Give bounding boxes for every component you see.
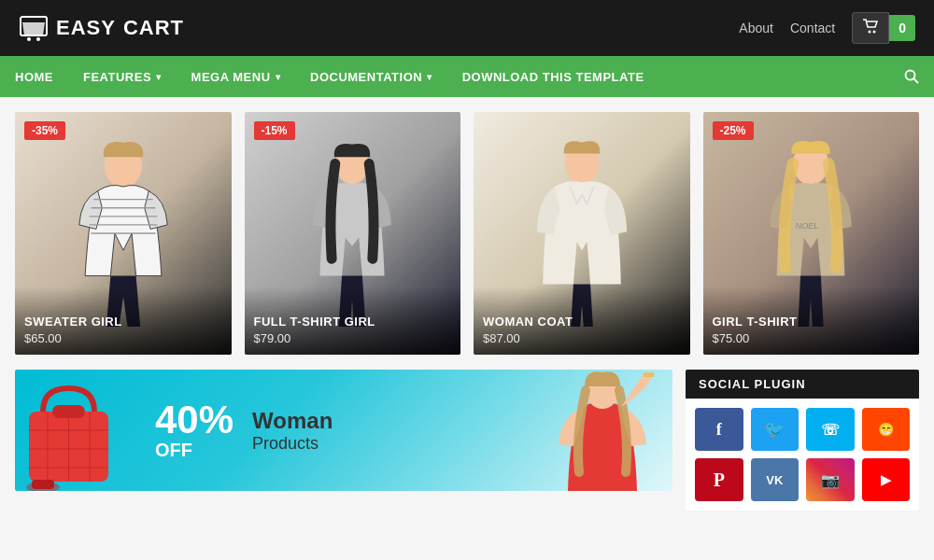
product-price-2: $79.00 [254,331,452,345]
svg-point-1 [27,37,31,41]
social-plugin-header: SOCIAL PLUGIN [686,370,919,399]
product-card-1[interactable]: -35% SWEATER GIRL $65.00 [15,112,232,355]
promo-banner[interactable]: 40% OFF Woman Products [15,370,672,491]
main-content: -35% SWEATER GIRL $65.00 [0,97,934,525]
vk-button[interactable]: VK [751,458,800,501]
promo-title: Woman [252,408,333,434]
promo-percent: 40% [155,400,234,440]
skype-button[interactable]: ☏ [806,408,855,451]
nav-item-features[interactable]: FEATURES ▾ [68,56,177,97]
header-right: About Contact 0 [739,12,915,44]
product-price-1: $65.00 [24,331,222,345]
reddit-button[interactable]: 😁 [862,408,911,451]
svg-point-2 [36,37,40,41]
product-name-4: GIRL T-SHIRT [713,315,911,329]
product-card-3[interactable]: WOMAN COAT $87.00 [474,112,690,355]
product-info-4: GIRL T-SHIRT $75.00 [703,287,920,355]
pinterest-button[interactable]: P [695,458,743,501]
nav-item-home[interactable]: HOME [0,56,68,97]
nav-items: HOME FEATURES ▾ MEGA MENU ▾ DOCUMENTATIO… [0,56,889,97]
bottom-row: 40% OFF Woman Products [15,370,919,511]
cart-icon-wrap [852,12,889,44]
chevron-down-icon: ▾ [427,72,432,82]
product-name-2: FULL T-SHIRT GIRL [254,315,452,329]
product-info-3: WOMAN COAT $87.00 [474,287,690,355]
social-grid: f 🐦 ☏ 😁 P VK 📷 [686,399,919,511]
cart-button[interactable]: 0 [852,12,915,44]
search-icon [904,69,919,84]
discount-badge-4: -25% [713,121,754,140]
svg-point-4 [873,31,876,34]
instagram-button[interactable]: 📷 [806,458,855,501]
product-name-3: WOMAN COAT [483,315,681,329]
product-card-2[interactable]: -15% FULL T-SHIRT GIRL $79.00 [245,112,461,355]
products-row: -35% SWEATER GIRL $65.00 [15,112,919,355]
nav-item-documentation[interactable]: DOCUMENTATION ▾ [295,56,447,97]
svg-rect-28 [644,372,654,377]
discount-badge-1: -35% [24,121,65,140]
product-info-2: FULL T-SHIRT GIRL $79.00 [245,287,461,355]
discount-badge-2: -15% [254,121,295,140]
svg-point-3 [869,31,871,34]
logo-cart: CART [123,16,184,40]
twitter-button[interactable]: 🐦 [751,408,800,451]
product-info-1: SWEATER GIRL $65.00 [15,287,232,355]
svg-rect-26 [32,480,54,489]
youtube-button[interactable]: ▶ [862,458,911,501]
nav-item-download[interactable]: DOWNLOAD THIS TEMPLATE [447,56,659,97]
chevron-down-icon: ▾ [156,72,162,82]
chevron-down-icon: ▾ [276,72,281,82]
svg-line-6 [914,79,919,84]
svg-point-5 [906,71,915,80]
contact-link[interactable]: Contact [790,21,835,35]
promo-woman-figure [551,370,654,491]
search-button[interactable] [889,56,934,97]
product-name-1: SWEATER GIRL [24,315,222,329]
shopping-cart-icon [862,19,879,34]
facebook-button[interactable]: f [695,408,743,451]
top-header: EASYCART About Contact 0 [0,0,934,56]
promo-bag-figure [15,370,136,491]
logo[interactable]: EASYCART [19,15,184,41]
promo-subtitle: Products [252,434,333,454]
logo-easy: EASY [56,16,116,40]
product-price-4: $75.00 [713,331,911,345]
product-card-4[interactable]: NOEL -25% GIRL T-SHIRT $75.00 [703,112,920,355]
svg-text:NOEL: NOEL [796,221,819,231]
promo-text: Woman Products [234,408,333,454]
social-panel: SOCIAL PLUGIN f 🐦 ☏ 😁 P VK [686,370,919,511]
nav-bar: HOME FEATURES ▾ MEGA MENU ▾ DOCUMENTATIO… [0,56,934,97]
cart-logo-icon [19,15,49,41]
product-price-3: $87.00 [483,331,681,345]
cart-count[interactable]: 0 [889,15,915,41]
promo-off: OFF [155,440,192,461]
nav-item-mega-menu[interactable]: MEGA MENU ▾ [177,56,295,97]
about-link[interactable]: About [739,21,773,35]
